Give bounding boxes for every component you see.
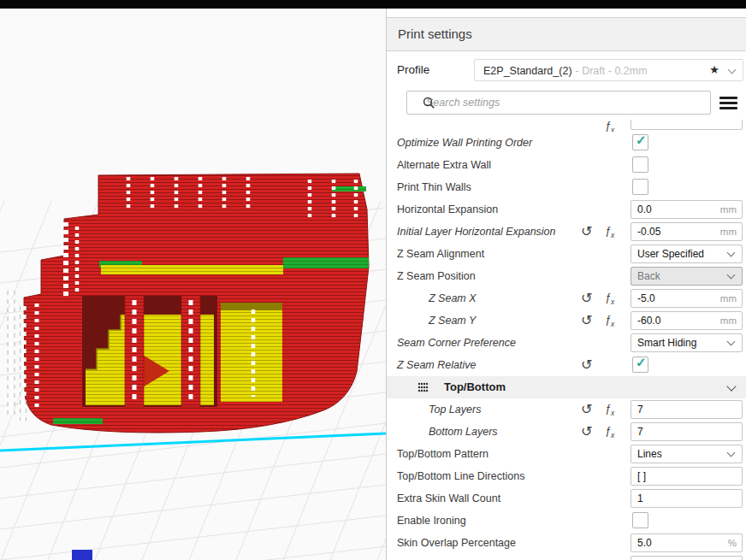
profile-detail: - Draft - 0.2mm xyxy=(572,65,648,77)
print-settings-panel: Print settings Profile E2P_Standard_(2)-… xyxy=(386,9,746,560)
dropdown-value: Smart Hiding xyxy=(631,337,728,349)
unit-label: % xyxy=(728,538,742,548)
search-icon xyxy=(423,97,435,109)
star-icon[interactable]: ★ xyxy=(709,60,719,80)
chevron-down-icon xyxy=(727,448,736,457)
reset-icon[interactable]: ↺ xyxy=(581,287,592,309)
setting-row-z-seam-alignment: Z Seam AlignmentUser Specified xyxy=(387,243,746,265)
value-input[interactable] xyxy=(631,120,743,130)
setting-label: Initial Layer Horizontal Expansion xyxy=(397,221,556,243)
checkbox[interactable] xyxy=(632,512,648,528)
setting-row-optimize-wall-printing-order: Optimize Wall Printing Order✓ xyxy=(387,132,746,154)
setting-label: Z Seam Alignment xyxy=(397,243,484,265)
value-input[interactable]: 7 xyxy=(631,400,743,419)
value-input[interactable]: -60.0mm xyxy=(631,311,743,330)
fx-subscript: x xyxy=(611,431,614,439)
setting-label: Top/Bottom Line Directions xyxy=(397,465,524,487)
setting-row-horizontal-expansion: Horizontal Expansion0.0mm xyxy=(387,198,746,221)
value-input[interactable] xyxy=(631,556,743,560)
dropdown[interactable]: User Specified xyxy=(631,245,743,263)
setting-label: Bottom Layers xyxy=(429,421,498,443)
unit-label: mm xyxy=(720,227,742,237)
unit-label: mm xyxy=(720,315,742,326)
search-input[interactable] xyxy=(426,92,710,113)
reset-icon[interactable]: ↺ xyxy=(581,354,592,375)
partial-row-bottom xyxy=(387,554,746,560)
setting-row-enable-ironing: Enable Ironing xyxy=(387,510,746,532)
fx-subscript: x xyxy=(611,231,614,239)
reset-icon[interactable]: ↺ xyxy=(581,309,592,331)
section-header-top-bottom[interactable]: Top/Bottom xyxy=(387,376,746,398)
setting-row-z-seam-relative: Z Seam Relative↺✓ xyxy=(387,354,746,376)
input-value: 0.0 xyxy=(631,203,720,215)
profile-dropdown[interactable]: E2P_Standard_(2)- Draft - 0.2mm ★ xyxy=(474,59,743,81)
value-input[interactable]: -0.05mm xyxy=(631,222,743,241)
sliced-model[interactable] xyxy=(0,174,386,560)
value-input[interactable]: -5.0mm xyxy=(631,289,743,308)
checkbox[interactable]: ✓ xyxy=(632,134,648,150)
value-input[interactable]: [ ] xyxy=(631,467,743,486)
checkbox[interactable] xyxy=(632,156,648,173)
model-top-surface xyxy=(283,257,369,268)
chevron-down-icon xyxy=(726,381,736,391)
search-box[interactable] xyxy=(406,91,711,115)
setting-row-alternate-extra-wall: Alternate Extra Wall xyxy=(387,154,746,176)
setting-label: Optimize Wall Printing Order xyxy=(397,132,532,154)
dropdown[interactable]: Smart Hiding xyxy=(631,333,743,352)
chevron-down-icon xyxy=(727,270,736,279)
check-icon: ✓ xyxy=(636,133,647,148)
panel-title: Print settings xyxy=(398,27,472,41)
input-value: 1 xyxy=(631,492,742,504)
value-input[interactable]: 0.0mm xyxy=(631,200,743,219)
profile-row: Profile E2P_Standard_(2)- Draft - 0.2mm … xyxy=(387,58,746,82)
value-input[interactable]: 1 xyxy=(631,489,743,508)
setting-label: Alternate Extra Wall xyxy=(397,154,491,176)
profile-name: E2P_Standard_(2) xyxy=(475,65,572,77)
viewport-3d[interactable] xyxy=(0,9,386,560)
reset-icon[interactable]: ↺ xyxy=(581,421,592,442)
checkbox[interactable] xyxy=(632,179,648,195)
setting-label: Top/Bottom Pattern xyxy=(397,443,488,465)
function-fx-icon[interactable]: ƒx xyxy=(605,120,614,132)
value-input[interactable]: 5.0% xyxy=(631,533,743,552)
setting-label: Enable Ironing xyxy=(397,510,466,532)
setting-label: Z Seam Y xyxy=(429,309,476,332)
setting-row-z-seam-y: Z Seam Y↺ƒx-60.0mm xyxy=(387,309,746,332)
fx-subscript: x xyxy=(611,320,614,328)
panel-header: Print settings xyxy=(387,17,746,51)
setting-row-top-layers: Top Layers↺ƒx7 xyxy=(387,398,746,421)
reset-icon[interactable]: ↺ xyxy=(581,398,592,420)
input-value: 5.0 xyxy=(631,537,728,549)
section-title: Top/Bottom xyxy=(444,376,506,398)
chevron-down-icon xyxy=(727,248,736,256)
fx-subscript: x xyxy=(611,409,614,417)
setting-row-seam-corner-preference: Seam Corner PreferenceSmart Hiding xyxy=(387,332,746,354)
viewport-canvas[interactable] xyxy=(0,9,386,560)
reset-icon[interactable]: ↺ xyxy=(581,221,592,242)
dropdown[interactable]: Back xyxy=(631,267,743,286)
checkbox[interactable]: ✓ xyxy=(632,357,648,373)
settings-list: ƒxOptimize Wall Printing Order✓Alternate… xyxy=(387,120,746,560)
setting-label: Z Seam Relative xyxy=(397,354,476,376)
unit-label: mm xyxy=(720,293,742,304)
hamburger-menu-icon[interactable] xyxy=(719,94,737,112)
setting-label: Print Thin Walls xyxy=(397,176,471,198)
top-bottom-icon xyxy=(417,381,429,393)
input-value: [ ] xyxy=(631,470,742,482)
setting-row-z-seam-x: Z Seam X↺ƒx-5.0mm xyxy=(387,287,746,309)
setting-label: Skin Overlap Percentage xyxy=(397,532,516,554)
input-value: 7 xyxy=(631,426,742,438)
setting-row-top-bottom-pattern: Top/Bottom PatternLines xyxy=(387,443,746,465)
dropdown[interactable]: Lines xyxy=(631,445,743,463)
setting-row-bottom-layers: Bottom Layers↺ƒx7 xyxy=(387,421,746,443)
setting-row-top-bottom-line-directions: Top/Bottom Line Directions[ ] xyxy=(387,465,746,487)
setting-label: Top Layers xyxy=(429,398,481,421)
fx-subscript: x xyxy=(611,298,614,306)
setting-row-print-thin-walls: Print Thin Walls xyxy=(387,176,746,198)
model-raft-segment xyxy=(72,550,92,560)
setting-label: Seam Corner Preference xyxy=(397,332,516,354)
value-input[interactable]: 7 xyxy=(631,422,743,441)
setting-label: Z Seam Position xyxy=(397,265,476,287)
input-value: -60.0 xyxy=(631,315,720,327)
setting-row-z-seam-position: Z Seam PositionBack xyxy=(387,265,746,287)
